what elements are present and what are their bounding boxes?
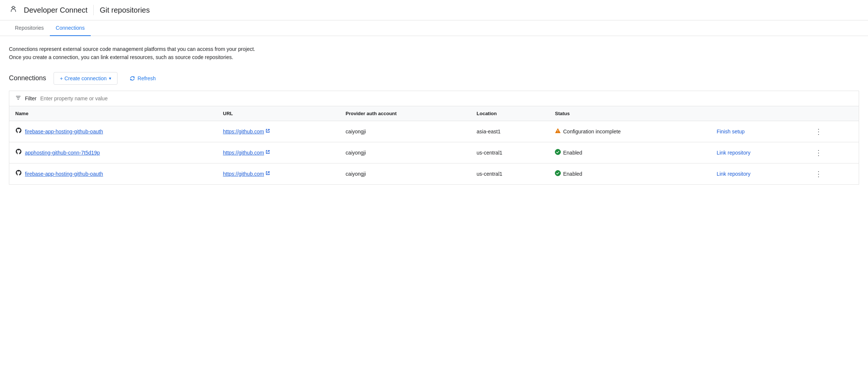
status-enabled: Enabled xyxy=(555,149,705,156)
refresh-icon xyxy=(129,75,135,81)
url-cell: https://github.com xyxy=(223,171,334,177)
filter-input[interactable] xyxy=(40,95,853,101)
connection-name-link[interactable]: apphosting-github-conn-7t5d19p xyxy=(25,150,100,156)
table-row: apphosting-github-conn-7t5d19p https://g… xyxy=(9,142,859,163)
connections-table: Name URL Provider auth account Location … xyxy=(9,106,859,185)
external-link-icon xyxy=(266,129,270,134)
action-button[interactable]: Link repository xyxy=(717,171,750,177)
col-name: Name xyxy=(9,106,217,121)
action-cell: Link repository xyxy=(711,163,806,184)
github-icon xyxy=(15,169,22,178)
filter-icon xyxy=(15,95,21,102)
name-cell: firebase-app-hosting-github-oauth xyxy=(15,127,211,136)
more-cell: ⋮ xyxy=(806,121,859,142)
status-badge: Enabled xyxy=(563,150,582,156)
name-cell: apphosting-github-conn-7t5d19p xyxy=(15,148,211,157)
location-cell: us-central1 xyxy=(471,142,549,163)
more-options-button[interactable]: ⋮ xyxy=(812,126,825,137)
dropdown-arrow-icon: ▾ xyxy=(109,76,111,81)
col-action xyxy=(711,106,806,121)
tab-connections[interactable]: Connections xyxy=(50,20,91,36)
status-cell: Enabled xyxy=(549,163,711,184)
filter-bar: Filter xyxy=(9,91,859,106)
action-button[interactable]: Finish setup xyxy=(717,129,745,134)
status-cell: Configuration incomplete xyxy=(549,121,711,142)
table-row: firebase-app-hosting-github-oauth https:… xyxy=(9,163,859,184)
url-link[interactable]: https://github.com xyxy=(223,171,264,177)
status-cell: Enabled xyxy=(549,142,711,163)
filter-label: Filter xyxy=(25,95,36,101)
main-content: Connections represent external source co… xyxy=(0,36,868,185)
col-more xyxy=(806,106,859,121)
name-cell: firebase-app-hosting-github-oauth xyxy=(15,169,211,178)
create-connection-label: + Create connection xyxy=(60,75,107,81)
svg-point-8 xyxy=(558,132,558,132)
refresh-label: Refresh xyxy=(138,75,156,81)
github-icon xyxy=(15,127,22,136)
col-status: Status xyxy=(549,106,711,121)
connections-title: Connections xyxy=(9,74,46,82)
app-header: Developer Connect Git repositories xyxy=(0,0,868,20)
create-connection-button[interactable]: + Create connection ▾ xyxy=(54,72,118,85)
tab-bar: Repositories Connections xyxy=(0,20,868,36)
col-url: URL xyxy=(217,106,340,121)
page-subtitle: Git repositories xyxy=(100,6,150,14)
location-cell: asia-east1 xyxy=(471,121,549,142)
more-options-button[interactable]: ⋮ xyxy=(812,168,825,180)
more-cell: ⋮ xyxy=(806,142,859,163)
provider-auth-cell: caiyongji xyxy=(340,121,470,142)
header-divider xyxy=(93,5,94,15)
status-warning: Configuration incomplete xyxy=(555,128,705,135)
action-button[interactable]: Link repository xyxy=(717,150,750,156)
enabled-icon xyxy=(555,149,561,156)
action-cell: Link repository xyxy=(711,142,806,163)
table-header-row: Name URL Provider auth account Location … xyxy=(9,106,859,121)
developer-connect-icon xyxy=(9,4,18,16)
app-title: Developer Connect xyxy=(24,6,87,14)
external-link-icon xyxy=(266,150,270,155)
external-link-icon xyxy=(266,171,270,176)
location-cell: us-central1 xyxy=(471,163,549,184)
more-cell: ⋮ xyxy=(806,163,859,184)
connection-name-link[interactable]: firebase-app-hosting-github-oauth xyxy=(25,129,103,134)
url-cell: https://github.com xyxy=(223,129,334,134)
github-icon xyxy=(15,148,22,157)
table-row: firebase-app-hosting-github-oauth https:… xyxy=(9,121,859,142)
url-link[interactable]: https://github.com xyxy=(223,129,264,134)
refresh-button[interactable]: Refresh xyxy=(125,72,160,84)
action-cell: Finish setup xyxy=(711,121,806,142)
enabled-icon xyxy=(555,170,561,177)
svg-point-0 xyxy=(12,6,15,9)
url-cell: https://github.com xyxy=(223,150,334,156)
col-location: Location xyxy=(471,106,549,121)
connections-section-header: Connections + Create connection ▾ Refres… xyxy=(9,72,859,85)
col-provider-auth: Provider auth account xyxy=(340,106,470,121)
provider-auth-cell: caiyongji xyxy=(340,142,470,163)
status-badge: Enabled xyxy=(563,171,582,177)
warning-icon xyxy=(555,128,561,135)
connection-name-link[interactable]: firebase-app-hosting-github-oauth xyxy=(25,171,103,177)
description-text: Connections represent external source co… xyxy=(9,45,262,62)
more-options-button[interactable]: ⋮ xyxy=(812,147,825,159)
status-enabled: Enabled xyxy=(555,170,705,177)
tab-repositories[interactable]: Repositories xyxy=(9,20,50,36)
provider-auth-cell: caiyongji xyxy=(340,163,470,184)
url-link[interactable]: https://github.com xyxy=(223,150,264,156)
status-badge: Configuration incomplete xyxy=(563,129,621,134)
